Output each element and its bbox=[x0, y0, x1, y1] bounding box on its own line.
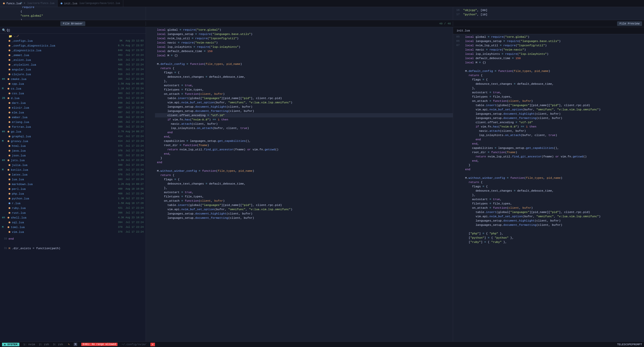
file-dot-lua bbox=[9, 179, 10, 180]
file-item-json[interactable]: json.lua 382 Jul 17 22:24 bbox=[0, 153, 146, 158]
file-dot-html bbox=[9, 145, 10, 147]
file-item-kotlin[interactable]: M kotlin.lua 428 Jul 17 22:24 bbox=[0, 167, 146, 172]
file-dot-vim bbox=[9, 231, 10, 233]
file-dot-json bbox=[9, 155, 10, 156]
file-item-rust[interactable]: rust.lua 396 Jul 17 22:24 bbox=[0, 210, 146, 215]
prev-21: client.offset_encoding = "utf-16" bbox=[463, 120, 642, 124]
file-item-configs[interactable]: _configs.lua 9K Aug 23 12:03 bbox=[0, 38, 146, 43]
prev-3: local nvim_lsp_util = require("lspconfig… bbox=[463, 43, 642, 48]
file-item-go[interactable]: en go.lua 1.7K Aug 14 08:27 bbox=[0, 129, 146, 134]
file-dot-d bbox=[8, 97, 9, 99]
code-13: }, bbox=[155, 79, 453, 83]
file-item-elm[interactable]: elm.lua 387 Jul 17 22:24 bbox=[0, 110, 146, 115]
search-input[interactable] bbox=[7, 29, 144, 32]
file-item-diagnosticis[interactable]: _diagnosticis.lua 840 Aug 17 23:57 bbox=[0, 48, 146, 53]
file-item-latex[interactable]: latex.lua 376 Jul 17 22:24 bbox=[0, 172, 146, 177]
prev-10: return { bbox=[463, 73, 642, 77]
preview-top-line-nums: 16 17 bbox=[453, 7, 461, 20]
file-item-cs[interactable]: M cs.lua 1.1K Jul 17 22:24 bbox=[0, 86, 146, 91]
code-26: end, bbox=[155, 135, 453, 139]
file-item-markdown[interactable]: markdown.lua 1.2K Aug 14 08:27 bbox=[0, 182, 146, 187]
file-browser-header: File Browser bbox=[0, 21, 146, 26]
code-29: return nvim_lsp_util.find_git_ancestor(f… bbox=[155, 147, 453, 152]
code-18: vim.api.nvim_buf_set_option(bufnr, "omni… bbox=[155, 100, 453, 105]
search-bar: 🔍 bbox=[0, 27, 146, 34]
code-6: local default_debouce_time = 150 bbox=[155, 49, 453, 53]
prev-6: local default_debouce_time = 150 bbox=[463, 56, 642, 60]
file-item-php[interactable]: php.lua 408 Jul 17 22:24 bbox=[0, 191, 146, 196]
err-indicator: ✗ bbox=[150, 343, 155, 346]
file-item-lua[interactable]: lua.lua 383 Jul 17 22:24 bbox=[0, 177, 146, 182]
file-item-perl[interactable]: perl.lua 400 Aug 18 10:36 bbox=[0, 187, 146, 191]
file-dot-cpp bbox=[9, 83, 10, 85]
preview-top-code: "objcpp", [09] "python", [10] bbox=[461, 7, 644, 20]
status-bar: ▲ SYSTEM 1: nvim 2: zsh 3: zsh ✎ N E481:… bbox=[0, 341, 644, 347]
file-item-r[interactable]: r.lua 1.5K Aug 18 17:20 bbox=[0, 201, 146, 206]
file-dot-cmake bbox=[8, 78, 9, 80]
top-snippet-area: local global = require ( "core.global" )… bbox=[0, 7, 644, 20]
prev-40: filetypes = file_types, bbox=[463, 201, 642, 206]
file-item-stylelint[interactable]: _stylelint.lua 496 Jul 17 22:24 bbox=[0, 62, 146, 67]
preview-tab-label: init.lua bbox=[457, 29, 470, 32]
editor-line-counter-area: 40 / 46 bbox=[146, 22, 453, 25]
bottom-line-end: 33 end bbox=[0, 236, 146, 241]
file-dot-diagnosticis bbox=[9, 50, 10, 51]
file-item-toml[interactable]: M toml.lua 378 Jul 17 22:24 bbox=[0, 225, 146, 230]
file-dot-php bbox=[9, 193, 10, 195]
file-item-erlang[interactable]: erlang.lua 395 Jul 17 22:24 bbox=[0, 120, 146, 124]
file-item-angular[interactable]: angular.lua 561 Jul 17 22:24 bbox=[0, 67, 146, 72]
file-item-vim[interactable]: vim.lua 376 Jul 17 22:24 bbox=[0, 230, 146, 234]
file-dot-clojure bbox=[9, 73, 10, 75]
file-dot-go bbox=[8, 131, 9, 133]
op-eq: = bbox=[20, 1, 22, 5]
prev-41: on_attach = function(client, bufnr) bbox=[463, 206, 642, 210]
file-item-java[interactable]: java.lua 376 Jul 17 22:24 bbox=[0, 148, 146, 153]
file-item-ember[interactable]: ember.lua 430 Jul 17 22:24 bbox=[0, 115, 146, 120]
code-31: } bbox=[155, 156, 453, 160]
prev-32: end bbox=[463, 167, 642, 171]
file-item-eslint[interactable]: _eslint.lua 526 Jul 17 22:24 bbox=[0, 58, 146, 62]
prev-46 bbox=[463, 227, 642, 231]
prev-23: navic.attach(client, bufnr) bbox=[463, 129, 642, 133]
preview-header: init.lua bbox=[453, 27, 644, 34]
file-item-cpp[interactable]: cpp.lua 1.5K Aug 14 08:05 bbox=[0, 81, 146, 86]
n-indicator: N bbox=[74, 343, 77, 346]
file-item-jsts[interactable]: en jsts.lua 1.6K Jul 17 22:24 bbox=[0, 158, 146, 163]
prev-14: autostart = true, bbox=[463, 90, 642, 95]
file-item-graphql[interactable]: graphql.lua 414 Jul 17 22:24 bbox=[0, 134, 146, 139]
search-icon: 🔍 bbox=[2, 28, 6, 32]
file-item-julia[interactable]: julia.lua 389 Jul 17 22:24 bbox=[0, 163, 146, 167]
file-item-ruby[interactable]: ruby.lua 421 Jul 17 22:24 bbox=[0, 206, 146, 210]
code-14: autostart = true, bbox=[155, 83, 453, 88]
file-item-css[interactable]: css.lua 403 Jul 17 22:24 bbox=[0, 91, 146, 96]
str-core: "core.global" bbox=[20, 14, 43, 17]
file-browser-panel: 🔍 📁 ../ _configs.lua 9K Aug 23 12:03 bbox=[0, 27, 146, 341]
file-item-d[interactable]: 20 d.lua 375 Jul 17 22:24 bbox=[0, 96, 146, 101]
file-item-cmake[interactable]: en cmake.lua 395 Jul 17 22:24 bbox=[0, 77, 146, 81]
file-item-dart[interactable]: dart.lua 298 Jul 12 12:03 bbox=[0, 101, 146, 105]
code-12: debounce_text_changes = default_debouce_… bbox=[155, 75, 453, 79]
file-item-emmet[interactable]: _emmet.lua 453 Jul 17 22:24 bbox=[0, 53, 146, 58]
file-item-python[interactable]: python.lua 1.3K Jul 17 22:24 bbox=[0, 196, 146, 201]
top-left-snippet: local global = require ( "core.global" )… bbox=[0, 7, 146, 20]
file-item-sql[interactable]: sql.lua 394 Jul 17 22:24 bbox=[0, 220, 146, 225]
file-item-fortran[interactable]: fortran.lua 389 Jul 17 22:24 bbox=[0, 124, 146, 129]
file-item-shell[interactable]: en shell.lua 4.3K Aug 23 18:18 bbox=[0, 215, 146, 220]
file-dot-markdown bbox=[9, 183, 10, 185]
preview-top-line-2: "python", [10] bbox=[463, 12, 642, 17]
file-dot-ruby bbox=[9, 207, 10, 209]
file-item-html[interactable]: html.lua 376 Jul 17 22:24 bbox=[0, 144, 146, 148]
file-item-parent-dir[interactable]: 📁 ../ bbox=[0, 34, 146, 38]
code-39: autostart = true, bbox=[155, 190, 453, 194]
file-item-elixir[interactable]: elixir.lua 407 Jul 17 22:24 bbox=[0, 105, 146, 110]
file-item-configs-diag[interactable]: _configs_diagnosticis.lua 8.7K Aug 17 23… bbox=[0, 43, 146, 48]
prev-34: M.without_winbar_config = function(file_… bbox=[463, 176, 642, 180]
prev-86: ["python"] = { "python" }, bbox=[463, 236, 642, 240]
file-item-groovy[interactable]: M groovy.lua 414 Jul 17 22:24 bbox=[0, 139, 146, 144]
preview-line-17: 17 bbox=[453, 12, 460, 17]
file-dot-latex bbox=[9, 174, 10, 176]
bottom-line-empty bbox=[0, 241, 146, 246]
file-dot-shell bbox=[8, 217, 9, 219]
prev-2: local languages_setup = require("languag… bbox=[463, 39, 642, 43]
file-item-clojure[interactable]: clojure.lua 416 Jul 17 22:24 bbox=[0, 72, 146, 77]
